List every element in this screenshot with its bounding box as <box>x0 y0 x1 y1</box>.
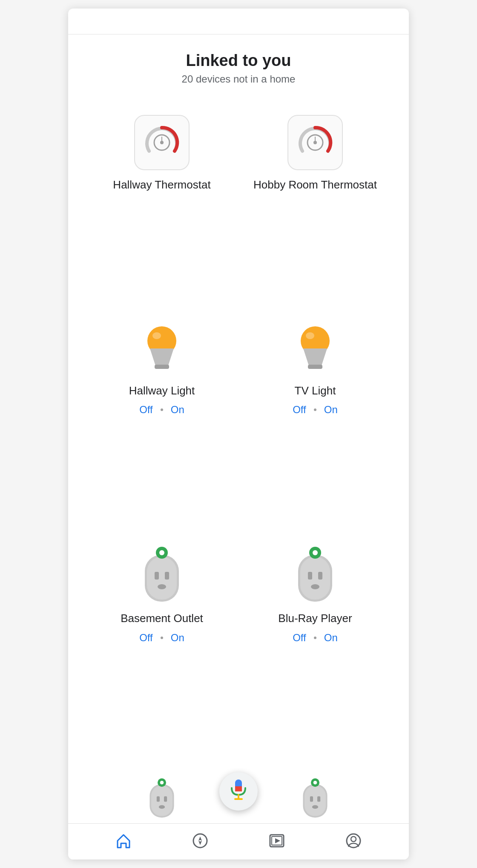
basement-outlet-on-button[interactable]: On <box>171 632 184 644</box>
basement-outlet-off-button[interactable]: Off <box>139 632 153 644</box>
svg-rect-16 <box>155 572 159 580</box>
bluray-player-off-button[interactable]: Off <box>293 632 306 644</box>
nav-home[interactable] <box>115 832 132 851</box>
tv-light-controls: Off On <box>293 404 338 416</box>
device-basement-outlet[interactable]: Basement Outlet Off On <box>85 531 238 760</box>
device-name-hallway-light: Hallway Light <box>129 384 195 398</box>
control-separator <box>161 408 163 411</box>
device-hallway-thermostat[interactable]: Hallway Thermostat <box>85 102 238 308</box>
nav-media[interactable] <box>268 832 285 851</box>
hallway-light-controls: Off On <box>139 404 184 416</box>
device-name-hallway-thermostat: Hallway Thermostat <box>113 178 210 192</box>
page-subtitle: 20 devices not in a home <box>77 73 400 85</box>
device-tv-light[interactable]: TV Light Off On <box>238 308 392 532</box>
svg-marker-11 <box>303 348 327 365</box>
svg-marker-48 <box>198 837 202 841</box>
nav-profile[interactable] <box>345 832 362 851</box>
device-name-tv-light: TV Light <box>295 384 336 398</box>
svg-point-46 <box>313 781 317 785</box>
svg-rect-30 <box>157 796 160 802</box>
nav-explore[interactable] <box>192 832 209 851</box>
svg-point-9 <box>152 332 161 339</box>
home-icon <box>115 832 132 851</box>
compass-icon <box>192 832 209 851</box>
svg-rect-31 <box>164 796 167 802</box>
thermostat-icon <box>134 115 190 170</box>
partial-device-right <box>238 768 392 819</box>
mic-button[interactable] <box>219 772 258 811</box>
bluray-player-on-button[interactable]: On <box>324 632 338 644</box>
svg-point-2 <box>160 141 164 144</box>
media-icon <box>268 832 285 851</box>
control-separator-2 <box>314 408 316 411</box>
svg-point-13 <box>306 332 314 339</box>
device-bluray-player[interactable]: Blu-Ray Player Off On <box>238 531 392 760</box>
device-hallway-light[interactable]: Hallway Light Off On <box>85 308 238 532</box>
profile-icon <box>345 832 362 851</box>
thermostat-icon-2 <box>287 115 343 170</box>
svg-marker-49 <box>198 841 202 845</box>
bottom-nav <box>68 823 409 859</box>
svg-point-34 <box>160 781 164 785</box>
svg-marker-52 <box>275 838 280 843</box>
light-icon <box>138 321 185 376</box>
svg-point-47 <box>193 834 207 848</box>
bluray-player-controls: Off On <box>293 632 338 644</box>
tv-light-off-button[interactable]: Off <box>293 404 306 416</box>
tv-light-icon <box>292 321 339 376</box>
basement-outlet-controls: Off On <box>139 632 184 644</box>
main-screen: Linked to you 20 devices not in a home H… <box>68 9 409 859</box>
svg-rect-42 <box>310 796 313 802</box>
svg-rect-41 <box>305 785 326 816</box>
device-grid: Hallway Thermostat Hobby Room Thermostat <box>68 94 409 768</box>
page-title: Linked to you <box>77 51 400 70</box>
partial-device-row <box>68 768 409 819</box>
svg-rect-24 <box>318 572 322 580</box>
bluray-outlet-icon <box>290 544 341 604</box>
tv-light-on-button[interactable]: On <box>324 404 338 416</box>
svg-rect-15 <box>147 557 177 600</box>
svg-point-44 <box>312 805 318 809</box>
svg-rect-22 <box>300 557 330 600</box>
header: Linked to you 20 devices not in a home <box>68 34 409 94</box>
svg-rect-8 <box>155 365 169 369</box>
control-separator-3 <box>161 637 163 639</box>
svg-rect-23 <box>308 572 312 580</box>
device-name-hobby-room-thermostat: Hobby Room Thermostat <box>253 178 377 192</box>
mic-icon <box>228 779 249 804</box>
svg-marker-7 <box>150 348 174 365</box>
device-hobby-room-thermostat[interactable]: Hobby Room Thermostat <box>238 102 392 308</box>
outlet-icon <box>136 544 187 604</box>
svg-point-54 <box>351 837 356 842</box>
svg-point-32 <box>159 805 165 809</box>
svg-rect-12 <box>308 365 322 369</box>
hallway-light-off-button[interactable]: Off <box>139 404 153 416</box>
svg-point-27 <box>313 550 318 555</box>
device-name-basement-outlet: Basement Outlet <box>121 611 203 626</box>
control-separator-4 <box>314 637 316 639</box>
svg-point-18 <box>158 584 166 589</box>
hallway-light-on-button[interactable]: On <box>171 404 184 416</box>
svg-rect-17 <box>165 572 169 580</box>
device-name-bluray-player: Blu-Ray Player <box>278 611 352 626</box>
partial-device-left <box>85 768 238 819</box>
svg-rect-29 <box>151 785 172 816</box>
svg-point-25 <box>311 584 319 589</box>
svg-point-20 <box>159 550 164 555</box>
svg-point-5 <box>313 141 317 144</box>
svg-rect-43 <box>317 796 320 802</box>
